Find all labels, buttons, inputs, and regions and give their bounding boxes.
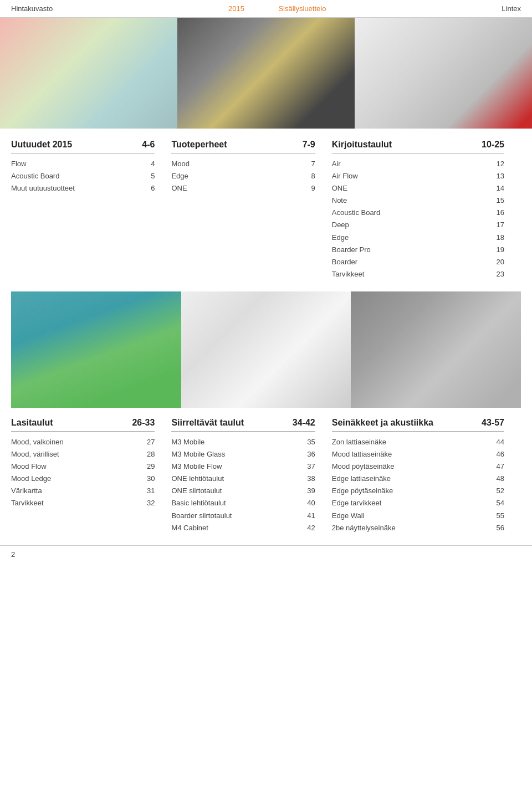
section-range-lasitaulut: 26-33 [132,418,155,428]
top-image-3 [355,18,532,129]
main-content: Uutuudet 2015 4-6 Flow 4 Acoustic Board … [0,129,532,534]
toc-item-name: Mood, valkoinen [11,436,64,448]
toc-item-page: 44 [497,436,504,448]
toc-item-name: ONE lehtiötaulut [171,473,224,485]
toc-item-name: Edge [171,170,188,182]
toc-col-uutuudet: Uutuudet 2015 4-6 Flow 4 Acoustic Board … [11,140,171,280]
toc-item-name: Tarvikkeet [332,268,365,280]
toc-item: Mood, värilliset 28 [11,448,155,460]
toc-item-page: 56 [497,522,504,534]
toc-item-page: 28 [147,448,155,460]
toc-item: Värikartta 31 [11,485,155,497]
toc-item: Mood Ledge 30 [11,473,155,485]
section-range-seinakkeet: 43-57 [482,418,504,428]
toc-item: Zon lattiaseinäke 44 [332,436,504,448]
toc-item-name: Boarder [332,256,357,268]
toc-item-name: Edge [332,232,349,244]
toc-item-name: Edge tarvikkeet [332,497,382,509]
toc-item: Edge tarvikkeet 54 [332,497,504,509]
toc-item-name: Edge pöytäseinäke [332,485,393,497]
toc-item-name: Acoustic Board [11,170,59,182]
toc-item-page: 19 [497,244,504,256]
toc-item: Edge Wall 55 [332,510,504,522]
toc-col-seinakkeet: Seinäkkeet ja akustiikka 43-57 Zon latti… [332,418,521,534]
section-range-kirjoitustaulut: 10-25 [482,140,504,150]
toc-item-page: 55 [497,510,504,522]
toc-item: Tarvikkeet 32 [11,497,155,509]
toc-item-page: 37 [307,460,315,473]
page-footer: 2 [0,545,532,563]
toc-item-name: Note [332,194,347,207]
toc-item-page: 31 [147,485,155,497]
toc-item-page: 38 [307,473,315,485]
header-year: 2015 [228,4,244,13]
toc-item: Mood, valkoinen 27 [11,436,155,448]
toc-item: Edge 18 [332,232,504,244]
toc-item-page: 41 [307,510,315,522]
toc-item-page: 30 [147,473,155,485]
footer-page-number: 2 [11,550,15,559]
toc-item: Boarder Pro 19 [332,244,504,256]
toc-item: Basic lehtiötaulut 40 [171,497,315,509]
toc-col-tuoteperheet: Tuoteperheet 7-9 Mood 7 Edge 8 ONE 9 [171,140,331,280]
section-title-tuoteperheet: Tuoteperheet [171,140,227,150]
toc-item-page: 47 [497,460,504,473]
toc-item: Boarder siirtotaulut 41 [171,510,315,522]
header-right: Lintex [502,4,521,13]
toc-item-page: 8 [311,170,315,182]
top-image-strip [0,18,532,129]
toc-item-page: 52 [497,485,504,497]
toc-item: M3 Mobile 35 [171,436,315,448]
header-title: Sisällysluettelo [278,4,326,13]
toc-item-page: 27 [147,436,155,448]
toc-item-page: 46 [497,448,504,460]
toc-col-lasitaulut: Lasitaulut 26-33 Mood, valkoinen 27 Mood… [11,418,171,534]
toc-item-page: 4 [151,158,155,170]
toc-section-top: Uutuudet 2015 4-6 Flow 4 Acoustic Board … [11,140,521,280]
toc-item-page: 32 [147,497,155,509]
toc-item-page: 6 [151,182,155,194]
toc-item: Edge lattiaseinäke 48 [332,473,504,485]
toc-col-siirrettavat: Siirreltävät taulut 34-42 M3 Mobile 35 M… [171,418,331,534]
toc-item-page: 12 [497,158,504,170]
section-range-tuoteperheet: 7-9 [303,140,315,150]
toc-item-name: Tarvikkeet [11,497,44,509]
toc-item-name: Muut uutuustuotteet [11,182,75,194]
section-title-kirjoitustaulut: Kirjoitustaulut [332,140,392,150]
toc-item-name: M4 Cabinet [171,522,208,534]
toc-item-page: 20 [497,256,504,268]
toc-item-page: 15 [497,194,504,207]
page-header: Hintakuvasto 2015 Sisällysluettelo Linte… [0,0,532,18]
section-title-lasitaulut: Lasitaulut [11,418,53,428]
toc-item-page: 18 [497,232,504,244]
toc-item-page: 48 [497,473,504,485]
toc-item: ONE 9 [171,182,315,194]
toc-item-name: Flow [11,158,26,170]
toc-item-name: M3 Mobile [171,436,204,448]
toc-item: Boarder 20 [332,256,504,268]
top-image-2 [177,18,355,129]
toc-item-page: 29 [147,460,155,473]
section-title-uutuudet: Uutuudet 2015 [11,140,72,150]
toc-item-page: 16 [497,207,504,219]
mid-image-strip [11,291,521,408]
toc-item-page: 54 [497,497,504,509]
toc-item: ONE lehtiötaulut 38 [171,473,315,485]
toc-item-name: Mood Flow [11,460,47,473]
toc-item: 2be näyttelyseinäke 56 [332,522,504,534]
toc-item-name: Deep [332,219,349,231]
section-title-siirrettavat: Siirreltävät taulut [171,418,244,428]
toc-item: Acoustic Board 16 [332,207,504,219]
toc-item-name: Värikartta [11,485,42,497]
mid-image-2 [181,291,351,408]
toc-item: Acoustic Board 5 [11,170,155,182]
section-range-uutuudet: 4-6 [142,140,155,150]
toc-item-name: M3 Mobile Flow [171,460,222,473]
toc-col-kirjoitustaulut: Kirjoitustaulut 10-25 Air 12 Air Flow 13… [332,140,521,280]
toc-item-page: 5 [151,170,155,182]
toc-item-name: 2be näyttelyseinäke [332,522,396,534]
toc-item: Flow 4 [11,158,155,170]
toc-item-name: Boarder Pro [332,244,371,256]
toc-item-name: Mood [171,158,190,170]
toc-item: Edge 8 [171,170,315,182]
